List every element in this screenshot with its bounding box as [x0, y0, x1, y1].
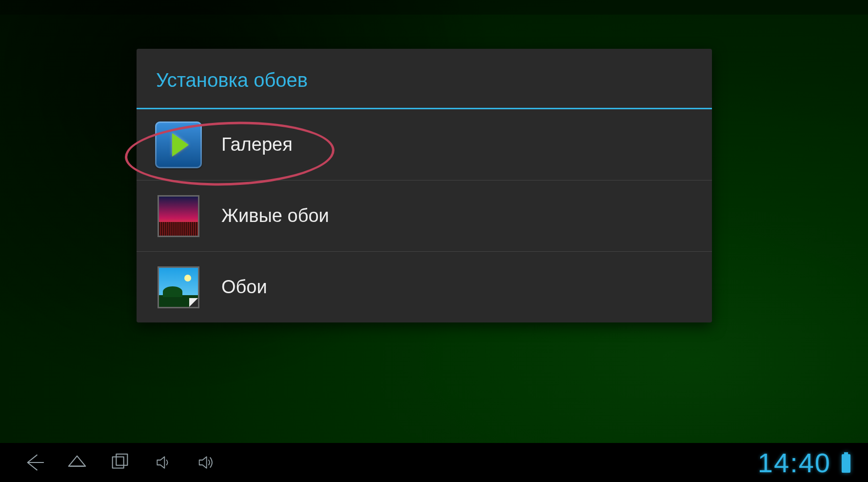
- volume-down-icon: [153, 453, 173, 472]
- back-button[interactable]: [13, 448, 56, 477]
- volume-up-button[interactable]: [184, 448, 227, 477]
- battery-indicator[interactable]: [841, 452, 851, 473]
- recent-apps-icon: [109, 451, 131, 474]
- clock[interactable]: 14:40: [758, 447, 831, 479]
- home-button[interactable]: [56, 448, 99, 477]
- option-label: Галерея: [221, 134, 293, 155]
- option-live-wallpapers[interactable]: Живые обои: [137, 181, 712, 252]
- back-icon: [23, 451, 45, 474]
- volume-down-button[interactable]: [141, 448, 184, 477]
- svg-rect-3: [842, 454, 850, 473]
- option-label: Живые обои: [221, 205, 329, 226]
- option-gallery[interactable]: Галерея: [137, 109, 712, 181]
- volume-up-icon: [196, 453, 216, 472]
- live-wallpaper-icon: [155, 193, 202, 240]
- svg-rect-2: [844, 452, 848, 454]
- gallery-icon: [155, 121, 202, 168]
- recent-apps-button[interactable]: [99, 448, 141, 477]
- battery-icon: [841, 452, 851, 473]
- set-wallpaper-dialog: Установка обоев Галерея Живые обои Обои: [137, 49, 712, 322]
- svg-rect-1: [116, 454, 127, 465]
- home-icon: [66, 451, 88, 474]
- wallpapers-icon: [155, 264, 202, 311]
- svg-rect-0: [113, 457, 124, 468]
- option-label: Обои: [221, 277, 267, 298]
- dialog-title: Установка обоев: [137, 49, 712, 109]
- option-wallpapers[interactable]: Обои: [137, 252, 712, 322]
- system-nav-bar: 14:40: [0, 443, 868, 482]
- status-bar: [0, 0, 868, 15]
